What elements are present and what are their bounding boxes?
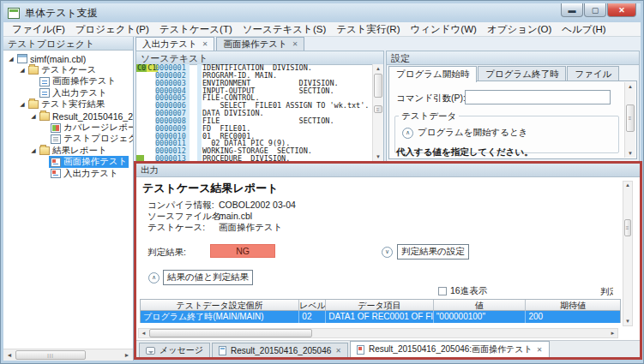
scrollbar-thumb[interactable]: |||	[15, 350, 86, 360]
tree-horizontal-scrollbar[interactable]: ◄ ||| ►	[3, 349, 133, 361]
tree-item-result-reports[interactable]: 結果レポート	[3, 145, 133, 156]
close-tab-icon[interactable]: ✕	[335, 347, 341, 355]
menu-testcase[interactable]: テストケース(T)	[154, 22, 238, 37]
column-header: レベル	[299, 300, 326, 311]
expander-icon[interactable]	[7, 56, 15, 63]
tab-io-test[interactable]: 入出力テスト ✕	[135, 37, 214, 51]
table-row-selected[interactable]: プログラム終了時(MAIN/MAIN) 02 DATA1 OF REC0001 …	[141, 311, 620, 323]
tree-item-testcases[interactable]: テストケース	[3, 64, 133, 75]
output-panel-title: 出力	[136, 164, 640, 177]
judgement-result-badge: NG	[210, 244, 275, 258]
scroll-left-icon[interactable]: ◄	[4, 350, 15, 360]
output-vertical-scrollbar[interactable]: ▲ ≡ ▼	[623, 181, 633, 326]
command-args-input[interactable]	[465, 90, 611, 104]
close-tab-icon[interactable]: ✕	[202, 40, 208, 48]
tab-screen-test[interactable]: 画面操作テスト ✕	[216, 37, 304, 51]
expander-icon[interactable]	[29, 113, 38, 120]
test-project-panel-title: テストプロジェクト	[3, 37, 133, 51]
main-tab-bar: 入出力テスト ✕ 画面操作テスト ✕	[135, 37, 304, 51]
scroll-right-icon[interactable]: ►	[122, 350, 132, 360]
compiler-info-label: コンパイラ情報:	[147, 200, 214, 212]
scroll-left-icon[interactable]: ◄	[139, 329, 148, 337]
settings-panel: 設定 プログラム開始時 プログラム終了時 ファイル コマンド引数(P): テスト…	[386, 51, 640, 162]
tree-item-test-results[interactable]: テスト実行結果	[3, 99, 133, 110]
hex-display-checkbox[interactable]	[438, 287, 447, 295]
scrollbar-thumb[interactable]: ≡	[624, 219, 631, 236]
tree-item-simf[interactable]: simf(main.cbl)	[3, 53, 133, 64]
clipped-judgement-text: 判定	[600, 286, 613, 298]
coverage-marker	[136, 155, 144, 161]
close-tab-icon[interactable]: ✕	[537, 346, 543, 354]
source-line: 0000013 PROCEDURE DIVISION.	[136, 155, 372, 161]
coverage-c0-marker: C0	[136, 64, 147, 72]
test-project-panel: テストプロジェクト simf(main.cbl) テストケース 画面操作テスト …	[3, 37, 134, 361]
scrollbar-thumb[interactable]	[374, 74, 382, 98]
scrollbar-mark: ≡	[374, 105, 382, 113]
tab-result-screen-test[interactable]: Result_20150416_205046:画面操作テスト ✕	[350, 341, 550, 357]
expander-icon[interactable]	[18, 67, 27, 74]
scroll-up-icon[interactable]: ▲	[373, 64, 383, 73]
test-data-group-label: テストデータ	[399, 110, 459, 122]
tree-item-screen-test[interactable]: 画面操作テスト	[3, 76, 133, 87]
menu-window[interactable]: ウィンドウ(W)	[406, 22, 482, 37]
testcase-icon	[39, 88, 50, 98]
result-values-section-button[interactable]: 結果の値と判定結果	[163, 270, 253, 285]
title-bar: 単体テスト支援 ▬ ▢ ✕	[3, 3, 641, 22]
scrollbar-thumb[interactable]	[149, 329, 312, 337]
settings-tab-content: コマンド引数(P): テストデータ ∧ プログラムを開始するとき 代入する値を指…	[388, 81, 637, 159]
source-code-view[interactable]: C0C1 0000001 IDENTIFICATION DIVISION. 00…	[136, 64, 372, 161]
tree-item-project-doc[interactable]: テストプロジェクト検証	[3, 134, 133, 145]
menu-bar: ファイル(F) プロジェクト(P) テストケース(T) ソーステキスト(S) テ…	[3, 22, 641, 37]
program-icon	[17, 54, 27, 63]
report-icon	[51, 158, 61, 167]
expand-down-icon[interactable]: ∨	[382, 247, 393, 258]
scrollbar-thumb[interactable]: ≡	[626, 104, 635, 132]
tree-item-coverage-report[interactable]: カバレージレポート	[3, 122, 133, 133]
close-button-icon[interactable]: ✕	[607, 3, 636, 17]
expander-icon[interactable]	[29, 147, 38, 154]
tab-program-start[interactable]: プログラム開始時	[388, 66, 477, 82]
folder-icon	[28, 66, 39, 75]
source-text-panel: ソーステキスト C0C1 0000001 IDENTIFICATION DIVI…	[135, 51, 384, 162]
judgement-settings-button[interactable]: 判定結果の設定	[397, 244, 469, 260]
menu-sourcetext[interactable]: ソーステキスト(S)	[238, 22, 331, 37]
assign-value-instruction: 代入する値を指定してください。	[396, 146, 533, 158]
scroll-up-icon[interactable]: ▲	[625, 82, 635, 91]
menu-testrun[interactable]: テスト実行(R)	[331, 22, 405, 37]
menu-options[interactable]: オプション(O)	[482, 22, 557, 37]
menu-help[interactable]: ヘルプ(H)	[557, 22, 611, 37]
menu-file[interactable]: ファイル(F)	[7, 22, 70, 37]
testcase-value: 画面操作テスト	[219, 222, 282, 234]
report-title: テストケース結果レポート	[142, 181, 278, 196]
scroll-up-icon[interactable]: ▲	[623, 182, 632, 189]
scroll-right-icon[interactable]: ►	[608, 329, 617, 337]
tree-item-result-folder[interactable]: Result_20150416_205046	[3, 110, 133, 122]
folder-icon	[28, 100, 39, 109]
tab-result[interactable]: Result_20150416_205046 ✕	[212, 343, 348, 357]
compiler-info-value: COBOL2002 03-04	[219, 200, 296, 210]
tab-messages[interactable]: メッセージ	[139, 343, 210, 357]
table-horizontal-scrollbar[interactable]: ◄ ►	[138, 328, 618, 338]
tree-item-io-test[interactable]: 入出力テスト	[3, 87, 133, 98]
collapse-up-icon[interactable]: ∧	[148, 272, 159, 283]
close-tab-icon[interactable]: ✕	[292, 40, 298, 48]
source-vertical-scrollbar[interactable]: ▲ ≡ ▼	[372, 64, 383, 161]
table-header-row: テストデータ設定個所 レベル データ項目 値 期待値	[141, 300, 620, 311]
tree-item-screen-report[interactable]: 画面操作テスト	[3, 157, 133, 168]
tree-item-io-report[interactable]: 入出力テスト	[3, 168, 133, 179]
minimize-button-icon[interactable]: ▬	[561, 3, 583, 17]
scroll-down-icon[interactable]: ▼	[625, 149, 635, 158]
source-file-label: ソースファイル名:	[147, 211, 223, 223]
collapse-up-icon[interactable]: ∧	[402, 128, 413, 139]
source-file-value: main.cbl	[219, 211, 252, 221]
output-tab-bar: メッセージ Result_20150416_205046 ✕ Result_20…	[136, 340, 640, 357]
column-header: テストデータ設定個所	[141, 300, 299, 311]
output-content: テストケース結果レポート コンパイラ情報: COBOL2002 03-04 ソー…	[136, 177, 640, 340]
scroll-down-icon[interactable]: ▼	[623, 318, 632, 325]
settings-panel-title: 設定	[387, 51, 639, 65]
settings-vertical-scrollbar[interactable]: ▲ ≡ ▼	[624, 82, 635, 158]
expander-icon[interactable]	[18, 101, 27, 108]
maximize-button-icon[interactable]: ▢	[584, 3, 606, 17]
menu-project[interactable]: プロジェクト(P)	[70, 22, 154, 37]
scroll-down-icon[interactable]: ▼	[373, 152, 383, 161]
